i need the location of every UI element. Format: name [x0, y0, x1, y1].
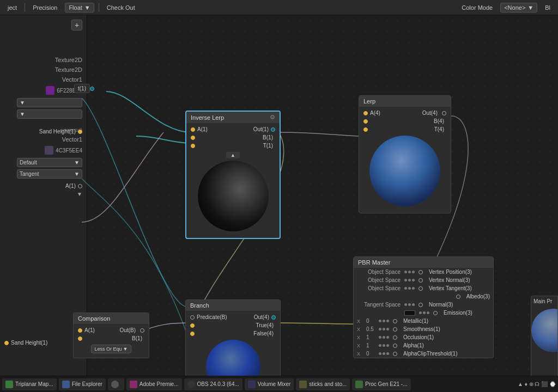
a1-label: A(1) — [65, 183, 76, 189]
taskbar-adobe[interactable]: Adobe Premie... — [126, 378, 182, 390]
panel-dropdown-4[interactable]: Tangent ▼ — [17, 169, 82, 179]
taskbar-audio[interactable] — [108, 378, 124, 390]
branch-preview — [190, 340, 276, 376]
main-preview-label: Main Pr — [531, 296, 557, 304]
pbr-row-metallic: X 0 Metallic(1) — [354, 317, 493, 325]
bi-label: Bl — [542, 3, 554, 12]
taskbar-sticks[interactable]: sticks and sto... — [296, 378, 350, 390]
dropdown-row-1: ▼ — [4, 98, 82, 107]
main-preview-panel: Main Pr — [531, 296, 558, 376]
toolbar-right: Color Mode <None> ▼ Bl — [458, 3, 554, 13]
color-mode-dropdown[interactable]: <None> ▼ — [500, 3, 537, 13]
pbr-dot-4 — [404, 279, 407, 281]
add-node-button[interactable]: + — [71, 20, 82, 30]
pbr-alphaclip-port[interactable] — [393, 352, 397, 356]
lerp-a-port-in[interactable] — [363, 111, 368, 115]
comparison-a-port-in[interactable] — [78, 328, 82, 333]
inverse-lerp-preview — [191, 161, 275, 231]
pbr-vertex-normal-ports — [404, 279, 415, 281]
pbr-dot-11 — [408, 303, 411, 306]
inverse-lerp-b-port-in[interactable] — [191, 136, 195, 140]
inverse-lerp-node[interactable]: Inverse Lerp ⚙ A(1) Out(1) B(1) T(1) ▲ — [185, 111, 281, 239]
branch-node[interactable]: Branch Predicate(B) Out(4) True(4) False… — [185, 299, 281, 376]
pbr-dot-9 — [412, 287, 415, 290]
branch-true-port[interactable] — [190, 323, 195, 328]
lerp-t-port-in[interactable] — [363, 127, 368, 132]
pbr-normal-port[interactable] — [418, 303, 423, 307]
less-or-equal-button[interactable]: Less Or Equ ▼ — [91, 345, 132, 353]
taskbar-procgen[interactable]: Proc Gen E21 -... — [352, 378, 410, 390]
a1-output-row: A(1) — [4, 183, 82, 189]
pbr-emission-port[interactable] — [433, 311, 438, 315]
texture2d-row-1: Texture2D — [4, 57, 82, 63]
pbr-emission-out: Emission(3) — [444, 310, 472, 316]
emission-color-swatch[interactable] — [404, 310, 415, 316]
branch-true-label: True(4) — [256, 322, 274, 328]
project-label[interactable]: ject — [4, 3, 20, 12]
pbr-dot-30 — [386, 352, 389, 355]
pbr-dot-24 — [386, 336, 389, 339]
expand-row: ▼ — [4, 191, 82, 197]
pbr-dot-26 — [383, 344, 385, 347]
pbr-dot-17 — [383, 320, 385, 322]
pbr-vertex-normal-port[interactable] — [418, 278, 423, 283]
toolbar: ject Precision Float ▼ Check Out Color M… — [0, 0, 558, 15]
taskbar-triplanar[interactable]: Triplanar Map... — [2, 378, 57, 390]
obs-label: OBS 24.0.3 (64... — [197, 381, 239, 387]
pbr-vertex-tangent-label: Object Space — [357, 285, 401, 291]
pbr-dot-5 — [408, 279, 411, 281]
panel-dropdown-1[interactable]: ▼ — [17, 98, 82, 107]
taskbar-obs[interactable]: OBS 24.0.3 (64... — [184, 378, 242, 390]
preview-expand[interactable]: ▲ — [186, 152, 280, 158]
precision-dropdown[interactable]: Float ▼ — [65, 3, 94, 13]
dropdown-row-4: Tangent ▼ — [4, 169, 82, 179]
inverse-lerp-title: Inverse Lerp — [191, 114, 224, 121]
pbr-occlusion-port[interactable] — [393, 335, 397, 340]
pbr-vertex-normal-label: Object Space — [357, 277, 401, 283]
pbr-vertex-position-port[interactable] — [418, 270, 423, 274]
inverse-lerp-out-port[interactable] — [271, 127, 275, 132]
vector1-label-1: Vector1 — [62, 76, 82, 83]
pbr-dot-28 — [379, 352, 381, 355]
lerp-b-label: B(4) — [434, 118, 444, 124]
lerp-b-port-in[interactable] — [363, 119, 368, 124]
comparison-b-port-in[interactable] — [78, 336, 82, 341]
comparison-out-port[interactable] — [140, 328, 144, 333]
pbr-vertex-tangent-port[interactable] — [418, 286, 423, 291]
inverse-lerp-a-row: A(1) Out(1) — [186, 125, 280, 133]
pbr-smoothness-port[interactable] — [393, 327, 397, 332]
procgen-label: Proc Gen E21 -... — [365, 381, 407, 387]
inverse-lerp-out-label: Out(1) — [253, 126, 269, 132]
node-canvas[interactable]: + Texture2D Texture2D Vector1 6F228B9F ▼ — [0, 15, 558, 376]
branch-true-row: True(4) — [186, 321, 280, 329]
pbr-metallic-port[interactable] — [393, 319, 397, 323]
pbr-row-alpha: X 1 Alpha(1) — [354, 341, 493, 350]
pbr-dot-3 — [412, 271, 415, 273]
inverse-lerp-settings-icon[interactable]: ⚙ — [270, 114, 275, 121]
lerp-node[interactable]: Lerp A(4) Out(4) B(4) T(4) — [359, 95, 451, 213]
texture2d-label-1: Texture2D — [55, 57, 82, 63]
sand-height-2-label: Sand Height(1) — [11, 340, 47, 346]
taskbar-file-explorer[interactable]: File Explorer — [59, 378, 106, 390]
branch-false-port[interactable] — [190, 332, 195, 336]
pbr-normal-ports — [404, 303, 415, 306]
pbr-dot-6 — [412, 279, 415, 281]
branch-predicate-port[interactable] — [190, 315, 195, 320]
inverse-lerp-t-port-in[interactable] — [191, 144, 195, 148]
lerp-out-port[interactable] — [442, 111, 446, 115]
inverse-lerp-a-port-in[interactable] — [191, 127, 195, 132]
vector1-row-2: Vector1 — [4, 136, 82, 143]
branch-out-port[interactable] — [271, 315, 276, 320]
comparison-a-row: A(1) Out(B) — [74, 326, 149, 334]
panel-dropdown-3[interactable]: Default ▼ — [17, 158, 82, 167]
pbr-alpha-port[interactable] — [393, 344, 397, 348]
pbr-dot-18 — [386, 320, 389, 322]
taskbar-volume[interactable]: Volume Mixer — [245, 378, 294, 390]
pbr-albedo-port[interactable] — [456, 295, 460, 299]
pbr-alpha-val: 1 — [366, 342, 377, 348]
checkout-button[interactable]: Check Out — [104, 3, 138, 12]
pbr-dot-27 — [386, 344, 389, 347]
panel-dropdown-2[interactable]: ▼ — [17, 109, 82, 119]
pbr-row-vertex-normal: Object Space Vertex Normal(3) — [354, 276, 493, 284]
comparison-node[interactable]: Comparison A(1) Out(B) B(1) Less Or Equ … — [73, 313, 149, 358]
